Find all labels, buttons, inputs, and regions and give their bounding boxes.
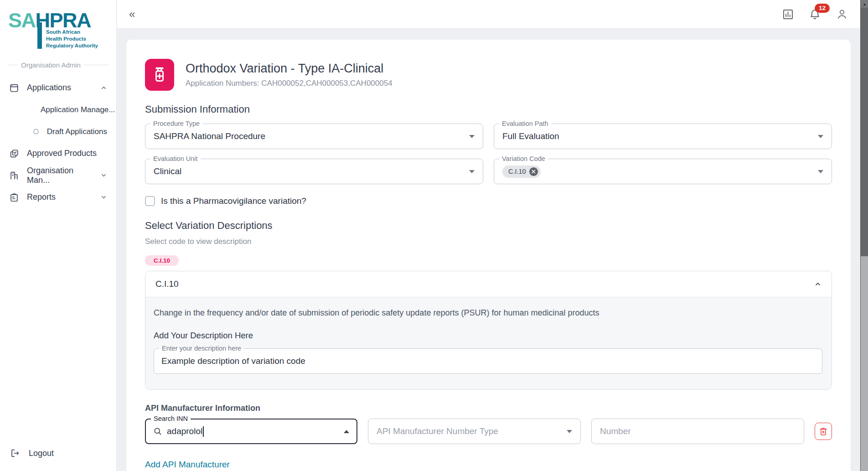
- user-profile-button[interactable]: [836, 8, 848, 21]
- logo-text-sa: SA: [8, 9, 36, 32]
- notifications-button[interactable]: 12: [809, 8, 821, 21]
- card-header: Orthodox Variation - Type IA-Clinical Ap…: [145, 59, 832, 91]
- pharmacovigilance-label: Is this a Pharmacovigilance variation?: [161, 196, 306, 206]
- pharmacovigilance-checkbox[interactable]: [145, 196, 155, 206]
- dropdown-arrow-icon: [469, 170, 475, 173]
- evaluation-unit-select[interactable]: Evaluation Unit Clinical: [145, 159, 483, 184]
- sidebar: SAHPRA South African Health Products Reg…: [0, 0, 117, 471]
- accordion-body: Change in the frequency and/or date of s…: [145, 297, 832, 389]
- sahpra-logo: SAHPRA South African Health Products Reg…: [0, 0, 116, 49]
- select-code-hint: Select code to view description: [145, 237, 832, 246]
- sidebar-item-approved-products[interactable]: Approved Products: [0, 143, 116, 165]
- logout-icon: [10, 448, 20, 458]
- api-manufacturer-heading: API Manufacturer Information: [145, 404, 832, 413]
- delete-manufacturer-button[interactable]: [815, 423, 832, 440]
- api-number-type-placeholder: API Manufacturer Number Type: [377, 426, 498, 436]
- accordion-header[interactable]: C.I.10: [145, 271, 832, 297]
- sidebar-menu: Applications Application Manage... Draft…: [0, 73, 116, 208]
- reports-icon: [9, 192, 19, 202]
- sidebar-item-label: Applications: [27, 83, 71, 93]
- dropdown-arrow-icon: [567, 430, 572, 433]
- chip-remove-icon[interactable]: ✕: [529, 167, 538, 176]
- sidebar-item-draft-applications[interactable]: Draft Applications: [0, 121, 116, 143]
- sidebar-item-label: Approved Products: [27, 149, 97, 158]
- search-icon: [153, 427, 162, 436]
- notification-count-badge: 12: [815, 4, 830, 13]
- evaluation-path-value: Full Evaluation: [502, 131, 559, 141]
- accordion-title: C.I.10: [155, 279, 179, 289]
- sidebar-section-divider: Organisation Admin: [7, 61, 109, 69]
- variation-accordion: C.I.10 Change in the frequency and/or da…: [145, 271, 832, 390]
- add-description-heading: Add Your Description Here: [154, 331, 822, 341]
- chevron-down-icon: [100, 194, 107, 201]
- sidebar-item-organisation-management[interactable]: Organisation Man...: [0, 165, 116, 186]
- description-input-wrapper: Enter your description here: [154, 348, 822, 374]
- person-icon: [836, 8, 848, 21]
- application-numbers: Application Numbers: CAH000052,CAH000053…: [186, 79, 393, 88]
- sidebar-item-applications[interactable]: Applications: [0, 77, 116, 99]
- description-input[interactable]: [161, 356, 815, 366]
- dropdown-arrow-icon: [818, 135, 823, 138]
- number-input[interactable]: [600, 426, 796, 436]
- selected-code-chip[interactable]: C.I.10: [145, 255, 179, 266]
- variation-description-text: Change in the frequency and/or date of s…: [154, 308, 822, 318]
- chevron-up-icon: [814, 280, 822, 288]
- popup-indicator-icon[interactable]: [344, 430, 349, 433]
- organisation-icon: [9, 171, 19, 181]
- api-number-type-select[interactable]: API Manufacturer Number Type: [368, 419, 581, 444]
- search-inn-input[interactable]: Search INN adaprolol: [145, 419, 357, 444]
- topbar: « 12: [117, 0, 860, 29]
- procedure-type-value: SAHPRA National Procedure: [154, 131, 265, 141]
- sidebar-item-label: Application Manage...: [41, 105, 115, 114]
- main-content: Orthodox Variation - Type IA-Clinical Ap…: [117, 29, 860, 471]
- variation-descriptions-heading: Select Variation Descriptions: [145, 220, 832, 232]
- window-scrollbar[interactable]: ▲: [860, 0, 868, 471]
- procedure-type-label: Procedure Type: [150, 120, 202, 128]
- reports-chart-button[interactable]: [782, 8, 794, 21]
- scrollbar-thumb[interactable]: [861, 8, 868, 256]
- scrollbar-up-button[interactable]: ▲: [861, 0, 868, 8]
- sidebar-item-reports[interactable]: Reports: [0, 186, 116, 208]
- evaluation-path-select[interactable]: Evaluation Path Full Evaluation: [494, 124, 832, 149]
- text-cursor: [203, 426, 204, 437]
- sidebar-item-application-management[interactable]: Application Manage...: [0, 99, 116, 121]
- api-manufacturer-row: Search INN adaprolol API Manufacturer Nu…: [145, 419, 832, 444]
- submission-info-heading: Submission Information: [145, 104, 832, 115]
- pharmacovigilance-row: Is this a Pharmacovigilance variation?: [145, 196, 832, 206]
- procedure-type-select[interactable]: Procedure Type SAHPRA National Procedure: [145, 124, 483, 149]
- logo-tagline: South African Health Products Regulatory…: [46, 26, 98, 49]
- variation-code-chip: C.I.10 ✕: [502, 166, 541, 178]
- chevron-down-icon: [100, 172, 107, 179]
- sidebar-item-label: Draft Applications: [47, 127, 107, 136]
- evaluation-unit-label: Evaluation Unit: [150, 155, 201, 163]
- evaluation-unit-value: Clinical: [154, 166, 181, 176]
- variation-code-label: Variation Code: [499, 155, 548, 163]
- page-title: Orthodox Variation - Type IA-Clinical: [186, 62, 393, 76]
- search-inn-value: adaprolol: [167, 426, 202, 436]
- search-inn-label: Search INN: [151, 415, 191, 423]
- sidebar-section-label: Organisation Admin: [21, 61, 81, 69]
- number-input-wrapper: [591, 419, 804, 444]
- dropdown-arrow-icon: [469, 135, 475, 138]
- sidebar-item-label: Organisation Man...: [27, 166, 93, 185]
- application-form-card: Orthodox Variation - Type IA-Clinical Ap…: [126, 39, 851, 471]
- logo-pole: [37, 22, 42, 49]
- variation-code-select[interactable]: Variation Code C.I.10 ✕: [494, 159, 832, 184]
- bar-chart-icon: [782, 8, 794, 21]
- trash-icon: [818, 426, 828, 436]
- add-api-manufacturer-link[interactable]: Add API Manufacturer: [145, 460, 230, 470]
- logout-button[interactable]: Logout: [0, 443, 116, 464]
- sidebar-collapse-button[interactable]: «: [129, 9, 135, 20]
- evaluation-path-label: Evaluation Path: [499, 120, 551, 128]
- logout-label: Logout: [29, 449, 54, 458]
- description-input-label: Enter your description here: [159, 345, 244, 352]
- medicine-bottle-icon: [145, 59, 174, 91]
- applications-icon: [9, 83, 19, 93]
- submission-fields: Procedure Type SAHPRA National Procedure…: [145, 124, 832, 184]
- dropdown-arrow-icon: [818, 170, 823, 173]
- radio-icon: [33, 128, 39, 135]
- approved-products-icon: [9, 149, 19, 159]
- sidebar-item-label: Reports: [27, 192, 56, 202]
- chevron-up-icon: [100, 84, 107, 91]
